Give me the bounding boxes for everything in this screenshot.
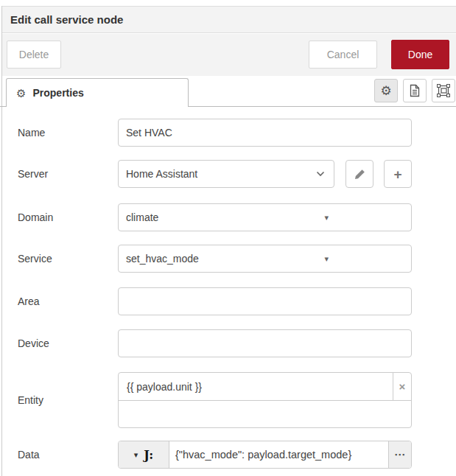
data-label: Data (18, 441, 110, 469)
chevron-down-icon (316, 171, 325, 177)
server-label: Server (18, 160, 110, 188)
area-label: Area (18, 287, 110, 315)
expand-editor-button[interactable]: ⋯ (388, 441, 411, 468)
area-input[interactable] (118, 287, 412, 315)
entity-value-empty[interactable] (119, 401, 411, 428)
entity-label: Entity (18, 372, 110, 428)
remove-entity-button[interactable]: × (393, 373, 411, 400)
service-input[interactable] (118, 245, 412, 273)
triangle-down-icon: ▾ (134, 451, 138, 459)
data-type-button[interactable]: ▾ J: (119, 441, 169, 468)
edit-properties-button[interactable]: ⚙ (374, 79, 398, 102)
server-select[interactable]: Home Assistant (118, 160, 334, 188)
device-input[interactable] (118, 329, 412, 357)
tab-properties[interactable]: ⚙ Properties (6, 78, 189, 107)
tabbar-divider-right (188, 106, 456, 107)
edit-call-service-dialog: Edit call service node Delete Cancel Don… (0, 0, 456, 476)
close-icon: × (399, 380, 406, 393)
data-value-input[interactable] (169, 441, 388, 468)
name-label: Name (18, 119, 110, 147)
add-server-button[interactable]: + (384, 160, 412, 188)
entity-value[interactable]: {{ payload.unit }} (119, 373, 393, 400)
jsonata-type-icon: J: (144, 448, 153, 462)
tray-left-border (1, 6, 2, 476)
entity-list-item[interactable]: {{ payload.unit }} × (119, 373, 411, 401)
edit-server-button[interactable] (345, 160, 373, 188)
cancel-button[interactable]: Cancel (309, 41, 377, 69)
dialog-header: Edit call service node (2, 6, 456, 33)
service-label: Service (18, 245, 110, 273)
pencil-icon (354, 169, 365, 180)
dialog-toolbar (2, 34, 456, 76)
dialog-title: Edit call service node (10, 13, 123, 26)
device-label: Device (18, 329, 110, 357)
plus-icon: + (393, 167, 401, 181)
gear-icon: ⚙ (380, 85, 391, 97)
data-typed-input: ▾ J: ⋯ (118, 441, 412, 469)
tab-properties-label: Properties (32, 87, 83, 99)
domain-input[interactable] (118, 203, 412, 231)
delete-button[interactable]: Delete (7, 41, 61, 69)
entity-list: {{ payload.unit }} × (118, 372, 412, 428)
gear-icon: ⚙ (16, 88, 26, 99)
domain-label: Domain (18, 203, 110, 231)
edit-appearance-button[interactable] (432, 79, 455, 102)
appearance-icon (437, 84, 450, 97)
name-input[interactable] (118, 119, 412, 147)
document-icon (409, 84, 421, 97)
done-button[interactable]: Done (391, 40, 449, 69)
server-select-value: Home Assistant (126, 168, 197, 180)
edit-description-button[interactable] (403, 79, 427, 102)
ellipsis-icon: ⋯ (394, 448, 406, 461)
